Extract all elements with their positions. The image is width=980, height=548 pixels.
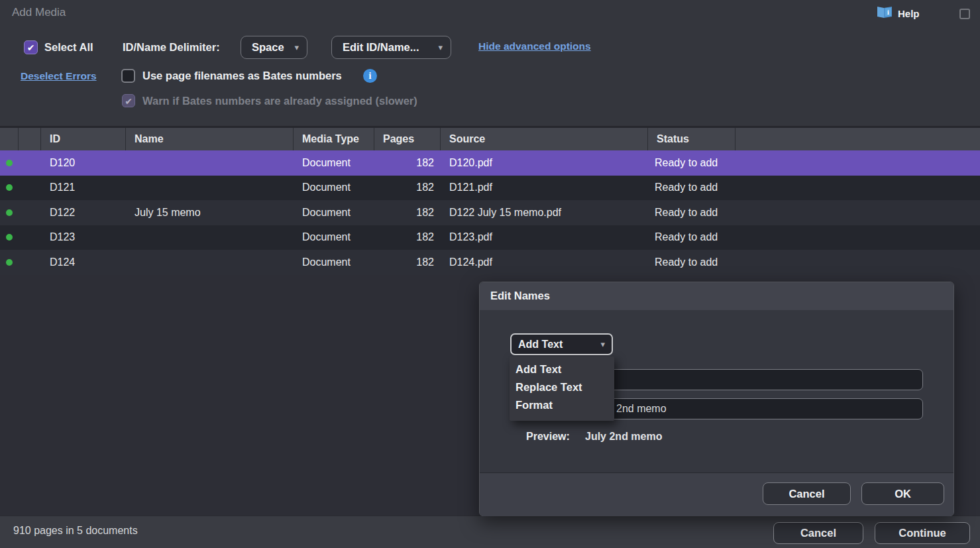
- preview-value: July 2nd memo: [585, 431, 662, 443]
- ready-status-dot-icon: [6, 184, 13, 191]
- bottom-bar: 910 pages in 5 documents Cancel Continue: [0, 516, 980, 548]
- menu-item-format[interactable]: Format: [510, 396, 614, 414]
- menu-item-replace-text[interactable]: Replace Text: [510, 378, 614, 396]
- select-all-checkbox[interactable]: ✔: [24, 40, 38, 54]
- dialog-title: Edit Names: [490, 290, 550, 302]
- cell-pages: 182: [374, 157, 441, 169]
- edit-names-dialog: Edit Names Add Text ▾ 2nd memo Add TextR…: [479, 282, 954, 516]
- column-header-status[interactable]: Status: [648, 128, 735, 150]
- cell-status: Ready to add: [648, 157, 735, 169]
- dialog-cancel-button[interactable]: Cancel: [763, 482, 851, 505]
- cell-source: D121.pdf: [441, 182, 648, 193]
- menu-item-add-text[interactable]: Add Text: [510, 360, 614, 378]
- column-header-id[interactable]: ID: [41, 128, 126, 150]
- check-icon: ✔: [27, 42, 35, 53]
- warn-checkbox[interactable]: ✔: [122, 94, 135, 107]
- cell-id: D123: [41, 231, 126, 243]
- mode-value: Add Text: [518, 339, 563, 351]
- info-icon[interactable]: i: [363, 69, 377, 83]
- cell-status: Ready to add: [648, 182, 735, 193]
- cell-source: D124.pdf: [441, 256, 648, 268]
- dialog-titlebar: Edit Names: [480, 282, 953, 310]
- cell-id: D122: [41, 207, 126, 219]
- use-filenames-label: Use page filenames as Bates numbers: [142, 70, 342, 82]
- cancel-button[interactable]: Cancel: [773, 522, 863, 544]
- delimiter-select[interactable]: Space ▾: [241, 36, 307, 59]
- cell-pages: 182: [374, 207, 441, 219]
- hide-advanced-link[interactable]: Hide advanced options: [478, 40, 591, 52]
- column-header-checkbox[interactable]: [19, 128, 41, 150]
- preview-label: Preview:: [526, 431, 570, 443]
- cell-media-type: Document: [294, 207, 374, 219]
- column-header-pages[interactable]: Pages: [374, 128, 441, 150]
- help-book-icon: i: [876, 5, 893, 22]
- table-row[interactable]: ✔ D121 Document 182 D121.pdf Ready to ad…: [0, 176, 980, 201]
- column-header-indicator[interactable]: [0, 128, 19, 150]
- page-title: Add Media: [12, 6, 66, 19]
- cell-source: D122 July 15 memo.pdf: [441, 207, 648, 219]
- column-header-media-type[interactable]: Media Type: [294, 128, 374, 150]
- cell-source: D123.pdf: [441, 231, 648, 243]
- deselect-errors-link[interactable]: Deselect Errors: [21, 70, 97, 82]
- cell-pages: 182: [374, 256, 441, 268]
- table-header: ID Name Media Type Pages Source Status: [0, 128, 980, 150]
- cell-media-type: Document: [294, 157, 374, 169]
- check-icon: ✔: [125, 96, 133, 107]
- ready-status-dot-icon: [6, 259, 13, 266]
- table-row[interactable]: ✔ D122 July 15 memo Document 182 D122 Ju…: [0, 200, 980, 225]
- dialog-footer: Cancel OK: [480, 472, 953, 516]
- footer-summary: 910 pages in 5 documents: [13, 525, 138, 537]
- svg-text:i: i: [887, 9, 889, 16]
- ready-status-dot-icon: [6, 209, 13, 216]
- dialog-ok-button[interactable]: OK: [861, 482, 944, 505]
- use-filenames-checkbox[interactable]: [121, 69, 135, 83]
- delimiter-value: Space: [252, 41, 284, 54]
- table-row[interactable]: ✔ D124 Document 182 D124.pdf Ready to ad…: [0, 250, 980, 275]
- table-row[interactable]: ✔ D123 Document 182 D123.pdf Ready to ad…: [0, 225, 980, 250]
- cell-id: D124: [41, 256, 126, 268]
- help-label: Help: [898, 8, 920, 19]
- table-body: ✔ D120 Document 182 D120.pdf Ready to ad…: [0, 150, 980, 275]
- ready-status-dot-icon: [6, 160, 13, 166]
- cell-media-type: Document: [294, 231, 374, 243]
- chevron-down-icon: ▾: [294, 42, 299, 52]
- cell-source: D120.pdf: [441, 157, 648, 169]
- cell-media-type: Document: [294, 182, 374, 193]
- column-header-source[interactable]: Source: [441, 128, 648, 150]
- help-button[interactable]: i Help: [876, 4, 920, 23]
- cell-pages: 182: [374, 231, 441, 243]
- delimiter-label: ID/Name Delimiter:: [123, 41, 220, 54]
- toolbar: Add Media i Help ✔ Select All ID/Name De…: [0, 0, 980, 126]
- titlebar-checkbox[interactable]: [959, 9, 970, 19]
- cell-pages: 182: [374, 182, 441, 193]
- chevron-down-icon: ▾: [438, 42, 443, 52]
- ready-status-dot-icon: [6, 234, 13, 241]
- mode-dropdown-menu: Add TextReplace TextFormat: [510, 356, 614, 421]
- chevron-down-icon: ▾: [600, 339, 605, 349]
- column-header-filler: [735, 128, 980, 150]
- add-media-window: Add Media i Help ✔ Select All ID/Name De…: [0, 0, 980, 548]
- cell-status: Ready to add: [648, 256, 735, 268]
- cell-name: July 15 memo: [126, 207, 294, 219]
- cell-media-type: Document: [294, 256, 374, 268]
- cell-status: Ready to add: [648, 231, 735, 243]
- edit-id-name-button[interactable]: Edit ID/Name... ▾: [331, 36, 451, 59]
- cell-id: D121: [41, 182, 126, 193]
- cell-status: Ready to add: [648, 207, 735, 219]
- table-row[interactable]: ✔ D120 Document 182 D120.pdf Ready to ad…: [0, 150, 980, 176]
- continue-button[interactable]: Continue: [875, 522, 970, 544]
- cell-id: D120: [41, 157, 126, 169]
- mode-select[interactable]: Add Text ▾: [510, 333, 613, 355]
- column-header-name[interactable]: Name: [126, 128, 294, 150]
- warn-label: Warn if Bates numbers are already assign…: [142, 95, 417, 107]
- select-all-label: Select All: [44, 41, 93, 54]
- edit-id-name-label: Edit ID/Name...: [343, 41, 419, 54]
